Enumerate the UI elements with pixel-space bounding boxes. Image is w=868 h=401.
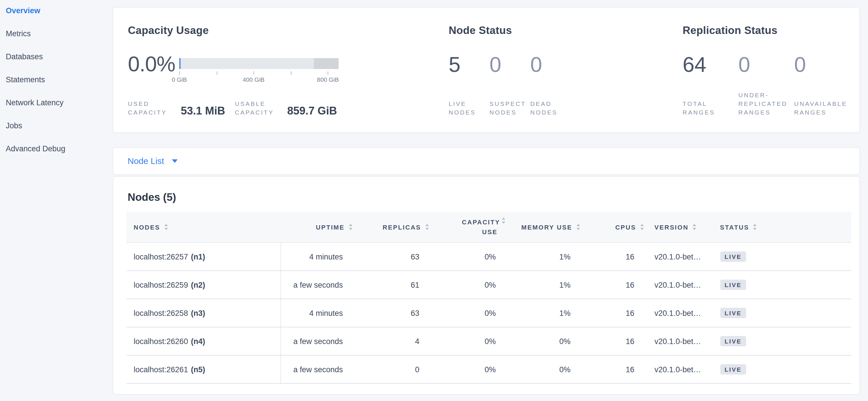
column-header-memory-use[interactable]: MEMORY USE <box>496 212 570 242</box>
under-replicated-ranges-value: 0 <box>738 54 794 75</box>
status-cell: LIVE <box>720 308 851 318</box>
column-header-status[interactable]: STATUS <box>720 212 851 242</box>
chevron-down-icon <box>172 160 178 163</box>
capacity-bar <box>179 58 338 69</box>
used-capacity-value: 53.1 MiB <box>181 105 225 117</box>
column-header-replicas[interactable]: REPLICAS <box>343 212 419 242</box>
node-list-dropdown[interactable]: Node List <box>128 148 178 174</box>
status-badge: LIVE <box>720 280 746 290</box>
sort-icon[interactable] <box>164 224 167 230</box>
axis-tick <box>253 71 254 75</box>
cpus-cell: 16 <box>570 309 634 317</box>
node-list-dropdown-label: Node List <box>128 156 164 166</box>
axis-tick-label: 0 GiB <box>172 76 187 83</box>
total-ranges-value: 64 <box>683 54 738 75</box>
sidebar-item-overview[interactable]: Overview <box>6 5 40 17</box>
uptime-cell: a few seconds <box>281 365 343 374</box>
sort-icon[interactable] <box>753 224 757 230</box>
capacity-percent: 0.0% <box>128 53 175 75</box>
nodes-section-heading: Nodes (5) <box>128 191 176 203</box>
version-cell: v20.1.0-bet… <box>634 309 720 317</box>
capacity-use-cell: 0% <box>419 252 496 261</box>
node-address-cell[interactable]: localhost:26261(n5) <box>126 355 281 383</box>
uptime-cell: 4 minutes <box>281 309 343 317</box>
usable-capacity-value: 859.7 GiB <box>287 105 337 117</box>
node-status-stats: 5 LIVE NODES 0 SUSPECT NODES 0 DEAD NODE… <box>449 54 571 117</box>
replicas-cell: 0 <box>343 365 419 374</box>
status-cell: LIVE <box>720 251 851 262</box>
nodes-table-card: Nodes (5) NODES UPTIME REPLICAS CAPACITY… <box>113 176 860 394</box>
live-nodes-label: LIVE NODES <box>449 99 488 117</box>
live-nodes-value: 5 <box>449 54 490 75</box>
stat-total-ranges: 64 TOTAL RANGES <box>683 54 738 117</box>
node-address-cell[interactable]: localhost:26260(n4) <box>126 327 281 355</box>
stat-suspect-nodes: 0 SUSPECT NODES <box>490 54 530 117</box>
dead-nodes-label: DEAD NODES <box>530 99 569 117</box>
node-address-cell[interactable]: localhost:26259(n2) <box>126 271 281 298</box>
under-replicated-ranges-label: UNDER-REPLICATED RANGES <box>738 91 789 117</box>
cpus-cell: 16 <box>570 365 634 374</box>
column-header-uptime[interactable]: UPTIME <box>281 212 343 242</box>
capacity-bar-chart: 0 GiB 400 GiB 800 GiB <box>179 58 339 87</box>
table-header-row: NODES UPTIME REPLICAS CAPACITY USE MEMOR… <box>126 212 851 243</box>
suspect-nodes-value: 0 <box>490 54 530 75</box>
capacity-use-cell: 0% <box>419 337 496 345</box>
sort-icon[interactable] <box>693 224 696 230</box>
stat-under-replicated-ranges: 0 UNDER-REPLICATED RANGES <box>738 54 794 117</box>
sidebar-item-advanced-debug[interactable]: Advanced Debug <box>6 143 65 155</box>
uptime-cell: a few seconds <box>281 281 343 289</box>
cpus-cell: 16 <box>570 337 634 345</box>
axis-tick <box>179 71 180 75</box>
column-header-nodes[interactable]: NODES <box>126 212 281 242</box>
version-cell: v20.1.0-bet… <box>634 281 720 289</box>
axis-tick-label: 800 GiB <box>317 76 339 83</box>
axis-tick <box>216 71 217 75</box>
status-badge: LIVE <box>720 251 746 262</box>
node-address-cell[interactable]: localhost:26257(n1) <box>126 243 281 270</box>
status-cell: LIVE <box>720 364 851 375</box>
table-row: localhost:26257(n1) 4 minutes 63 0% 1% 1… <box>126 243 851 271</box>
sidebar-item-metrics[interactable]: Metrics <box>6 28 31 40</box>
axis-tick <box>328 71 329 75</box>
version-cell: v20.1.0-bet… <box>634 252 720 261</box>
replicas-cell: 63 <box>343 309 419 317</box>
memory-use-cell: 1% <box>496 309 570 317</box>
sidebar-item-network-latency[interactable]: Network Latency <box>6 97 64 109</box>
cluster-summary-card: Capacity Usage 0.0% 0 GiB 400 GiB 800 Gi… <box>113 7 860 133</box>
column-header-cpus[interactable]: CPUS <box>570 212 634 242</box>
axis-tick-label: 400 GiB <box>243 76 265 83</box>
uptime-cell: a few seconds <box>281 337 343 345</box>
status-badge: LIVE <box>720 308 746 318</box>
status-cell: LIVE <box>720 280 851 290</box>
version-cell: v20.1.0-bet… <box>634 337 720 345</box>
used-capacity-label: USED CAPACITY <box>128 99 175 117</box>
version-cell: v20.1.0-bet… <box>634 365 720 374</box>
table-row: localhost:26258(n3) 4 minutes 63 0% 1% 1… <box>126 299 851 327</box>
cpus-cell: 16 <box>570 252 634 261</box>
replicas-cell: 4 <box>343 337 419 345</box>
overview-page: Overview Metrics Databases Statements Ne… <box>0 0 868 401</box>
column-header-version[interactable]: VERSION <box>634 212 720 242</box>
table-row: localhost:26261(n5) a few seconds 0 0% 0… <box>126 355 851 384</box>
table-row: localhost:26260(n4) a few seconds 4 0% 0… <box>126 327 851 355</box>
sidebar-item-jobs[interactable]: Jobs <box>6 120 22 132</box>
nodes-table: NODES UPTIME REPLICAS CAPACITY USE MEMOR… <box>126 212 851 384</box>
capacity-bar-used-segment <box>179 58 181 69</box>
suspect-nodes-label: SUSPECT NODES <box>490 99 529 117</box>
status-badge: LIVE <box>720 364 746 375</box>
capacity-bar-other-segment <box>314 58 338 69</box>
node-address-cell[interactable]: localhost:26258(n3) <box>126 299 281 327</box>
sidebar-item-statements[interactable]: Statements <box>6 74 45 86</box>
unavailable-ranges-label: UNAVAILABLE RANGES <box>794 99 848 117</box>
capacity-usage-title: Capacity Usage <box>128 24 209 36</box>
capacity-stats: USED CAPACITY 53.1 MiB USABLE CAPACITY 8… <box>128 99 337 117</box>
node-list-selector-card: Node List <box>113 147 860 175</box>
total-ranges-label: TOTAL RANGES <box>683 99 737 117</box>
status-badge: LIVE <box>720 336 746 347</box>
capacity-use-cell: 0% <box>419 281 496 289</box>
memory-use-cell: 0% <box>496 337 570 345</box>
column-header-capacity-use[interactable]: CAPACITY USE <box>419 212 496 242</box>
sidebar-item-databases[interactable]: Databases <box>6 51 43 63</box>
replication-status-stats: 64 TOTAL RANGES 0 UNDER-REPLICATED RANGE… <box>683 54 850 117</box>
node-status-title: Node Status <box>449 24 512 36</box>
